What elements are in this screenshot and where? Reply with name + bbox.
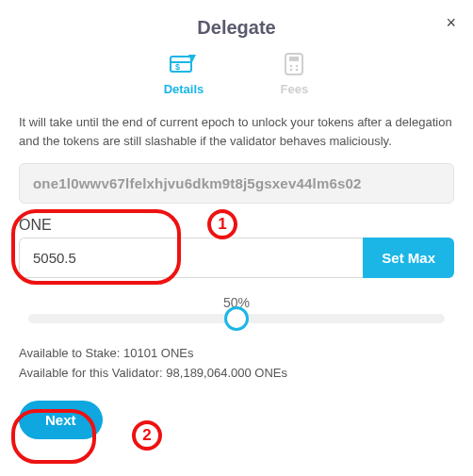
delegate-modal: × Delegate $ Details bbox=[0, 0, 473, 476]
tab-fees-label: Fees bbox=[280, 82, 308, 96]
slider-track[interactable] bbox=[28, 314, 445, 323]
details-icon: $ bbox=[169, 52, 199, 76]
amount-label: ONE bbox=[19, 217, 454, 234]
fees-icon bbox=[279, 52, 309, 76]
tab-details[interactable]: $ Details bbox=[164, 52, 204, 96]
availability-block: Available to Stake: 10101 ONEs Available… bbox=[19, 344, 454, 384]
svg-point-5 bbox=[290, 65, 293, 68]
available-stake-text: Available to Stake: 10101 ONEs bbox=[19, 344, 454, 364]
set-max-button[interactable]: Set Max bbox=[363, 238, 454, 278]
percent-slider: 50% bbox=[19, 295, 454, 323]
validator-address: one1l0wwv67lfelxhjvu6dkm9t8j5gsxev44lm6s… bbox=[19, 163, 454, 204]
tab-bar: $ Details Fees bbox=[19, 52, 454, 96]
amount-row: Set Max bbox=[19, 238, 454, 278]
svg-point-7 bbox=[290, 69, 293, 72]
available-validator-text: Available for this Validator: 98,189,064… bbox=[19, 364, 454, 384]
next-button[interactable]: Next bbox=[19, 401, 103, 439]
svg-point-8 bbox=[296, 69, 299, 72]
svg-point-6 bbox=[296, 65, 299, 68]
amount-input[interactable] bbox=[19, 238, 363, 278]
tab-details-label: Details bbox=[164, 82, 204, 96]
info-text: It will take until the end of current ep… bbox=[19, 113, 454, 150]
close-icon[interactable]: × bbox=[446, 13, 456, 33]
modal-title: Delegate bbox=[19, 17, 454, 39]
annotation-number-2: 2 bbox=[132, 420, 162, 451]
slider-thumb[interactable] bbox=[224, 306, 249, 331]
tab-fees[interactable]: Fees bbox=[279, 52, 309, 96]
svg-text:$: $ bbox=[175, 62, 180, 72]
svg-rect-4 bbox=[289, 57, 299, 61]
svg-rect-0 bbox=[171, 57, 191, 72]
